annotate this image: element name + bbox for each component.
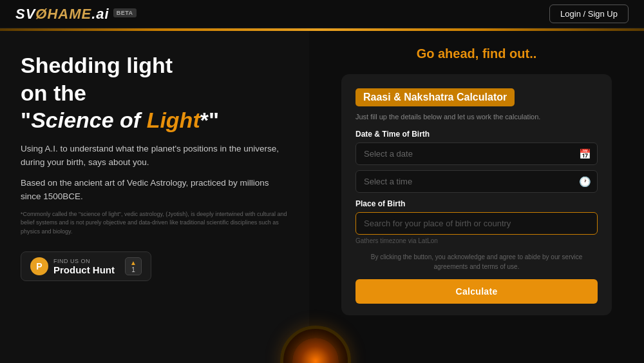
place-input[interactable]	[355, 212, 598, 235]
heading-italic-plain: Science of	[31, 108, 147, 132]
product-hunt-badge[interactable]: P FIND US ON Product Hunt ▲ 1	[21, 251, 151, 281]
calculator-card: Raasi & Nakshatra Calculator Just fill u…	[341, 74, 612, 315]
beta-badge: BETA	[113, 8, 137, 17]
logo-text: SVØHAME.ai	[15, 6, 109, 23]
heading-line1: Shedding light	[21, 53, 173, 77]
calc-subtitle: Just fill up the details below and let u…	[355, 113, 598, 121]
heading-asterisk: *"	[200, 108, 219, 132]
disclaimer-text: *Commonly called the "science of light",…	[21, 210, 289, 237]
time-input[interactable]	[355, 170, 598, 193]
heading-italic-gold: Light	[147, 108, 200, 132]
section-title: Go ahead, find out..	[417, 46, 537, 61]
heading-line2: on the	[21, 81, 86, 105]
main-content: Shedding light on the "Science of Light*…	[0, 31, 644, 363]
product-hunt-text: FIND US ON Product Hunt	[53, 258, 115, 275]
product-hunt-name: Product Hunt	[53, 264, 115, 275]
consent-text: By clicking the button, you acknowledge …	[355, 252, 598, 271]
find-us-label: FIND US ON	[53, 258, 115, 264]
hero-sub2: Based on the ancient art of Vedic Astrol…	[21, 176, 289, 204]
right-panel: Go ahead, find out.. Raasi & Nakshatra C…	[309, 31, 644, 363]
navbar: SVØHAME.ai BETA Login / Sign Up	[0, 0, 644, 28]
left-panel: Shedding light on the "Science of Light*…	[0, 31, 309, 363]
calculate-button[interactable]: Calculate	[355, 279, 598, 304]
date-input-row: 📅	[355, 142, 598, 165]
upvote-box[interactable]: ▲ 1	[125, 257, 142, 275]
time-input-row: 🕐	[355, 170, 598, 193]
login-button[interactable]: Login / Sign Up	[549, 5, 629, 23]
place-label: Place of Birth	[355, 199, 598, 208]
product-hunt-icon: P	[30, 257, 48, 275]
date-label: Date & Time of Birth	[355, 130, 598, 139]
logo-area: SVØHAME.ai BETA	[15, 6, 137, 23]
upvote-arrow: ▲	[130, 259, 137, 266]
upvote-count: 1	[131, 266, 135, 273]
place-note: Gathers timezone via LatLon	[355, 237, 598, 244]
hero-sub: Using A.I. to understand what the planet…	[21, 142, 289, 170]
date-input[interactable]	[355, 142, 598, 165]
hero-heading: Shedding light on the "Science of Light*…	[21, 52, 289, 134]
heading-quote-open: "	[21, 108, 31, 132]
calc-title: Raasi & Nakshatra Calculator	[355, 88, 515, 106]
